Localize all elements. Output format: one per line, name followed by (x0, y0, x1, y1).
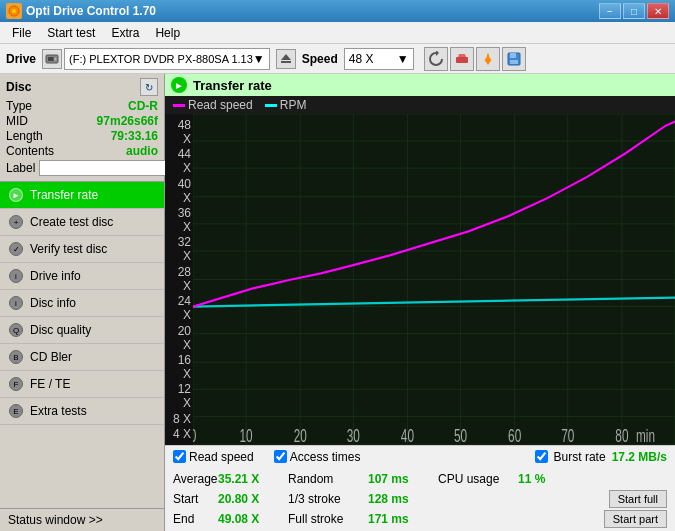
stats-area: Average 35.21 X Random 107 ms CPU usage … (165, 467, 675, 531)
svg-rect-11 (510, 60, 518, 64)
nav-disc-quality[interactable]: Q Disc quality (0, 317, 164, 344)
y-label-32: 32 X (167, 235, 191, 263)
menu-extra[interactable]: Extra (103, 24, 147, 42)
disc-info-icon: i (8, 295, 24, 311)
close-button[interactable]: ✕ (647, 3, 669, 19)
fe-te-icon: F (8, 376, 24, 392)
app-title: Opti Drive Control 1.70 (26, 4, 156, 18)
sidebar: Disc ↻ Type CD-R MID 97m26s66f Length 79… (0, 74, 165, 531)
disc-type-val: CD-R (128, 99, 158, 113)
nav-verify-test-disc[interactable]: ✓ Verify test disc (0, 236, 164, 263)
drive-icon-btn[interactable] (42, 49, 62, 69)
y-label-20: 20 X (167, 324, 191, 352)
stats-row-1: Average 35.21 X Random 107 ms CPU usage … (173, 469, 667, 489)
drive-select[interactable]: (F:) PLEXTOR DVDR PX-880SA 1.13 ▼ (64, 48, 270, 70)
legend-rpm-color (265, 104, 277, 107)
drive-select-text: (F:) PLEXTOR DVDR PX-880SA 1.13 (69, 53, 253, 65)
disc-label-row: Label (6, 159, 158, 177)
refresh-button[interactable] (424, 47, 448, 71)
stroke-val-2: 171 ms (368, 512, 438, 526)
menu-file[interactable]: File (4, 24, 39, 42)
y-label-16: 16 X (167, 353, 191, 381)
stroke-val-1: 128 ms (368, 492, 438, 506)
svg-text:30: 30 (347, 425, 360, 445)
title-bar: Opti Drive Control 1.70 − □ ✕ (0, 0, 675, 22)
menu-start-test[interactable]: Start test (39, 24, 103, 42)
nav-items: ► Transfer rate + Create test disc ✓ Ver… (0, 182, 164, 508)
tr-title: Transfer rate (193, 78, 272, 93)
disc-contents-label: Contents (6, 144, 54, 158)
y-label-48: 48 X (167, 118, 191, 146)
read-speed-checkbox-label: Read speed (189, 450, 254, 464)
random-label: Random (288, 472, 368, 486)
y-label-8: 8 X (167, 412, 191, 426)
nav-fe-te[interactable]: F FE / TE (0, 371, 164, 398)
svg-marker-5 (281, 54, 291, 60)
menu-help[interactable]: Help (147, 24, 188, 42)
nav-cd-bler[interactable]: B CD Bler (0, 344, 164, 371)
disc-length-row: Length 79:33.16 (6, 129, 158, 143)
burst-rate-label: Burst rate (554, 450, 606, 464)
legend-read-speed: Read speed (173, 98, 253, 112)
svg-text:0: 0 (193, 425, 196, 445)
access-times-checkbox[interactable] (274, 450, 287, 463)
average-val: 35.21 X (218, 472, 288, 486)
disc-label-label: Label (6, 161, 35, 175)
status-window-label: Status window >> (8, 513, 103, 527)
cpu-usage-label: CPU usage (438, 472, 518, 486)
save-button[interactable] (502, 47, 526, 71)
nav-create-test-disc[interactable]: + Create test disc (0, 209, 164, 236)
disc-mid-val: 97m26s66f (97, 114, 158, 128)
legend-read-speed-label: Read speed (188, 98, 253, 112)
cpu-usage-val: 11 % (518, 472, 568, 486)
disc-mid-row: MID 97m26s66f (6, 114, 158, 128)
erase-button[interactable] (450, 47, 474, 71)
title-bar-left: Opti Drive Control 1.70 (6, 3, 156, 19)
disc-contents-val: audio (126, 144, 158, 158)
drive-dropdown-arrow: ▼ (253, 52, 265, 66)
eject-button[interactable] (276, 49, 296, 69)
nav-disc-info[interactable]: i Disc info (0, 290, 164, 317)
start-full-button[interactable]: Start full (609, 490, 667, 508)
burst-rate-checkbox[interactable] (535, 450, 548, 463)
access-times-checkbox-label: Access times (290, 450, 361, 464)
checkbox-access-times[interactable]: Access times (274, 450, 361, 464)
nav-drive-info-label: Drive info (30, 269, 81, 283)
svg-point-4 (54, 57, 57, 60)
speed-select[interactable]: 48 X ▼ (344, 48, 414, 70)
drive-info-icon: i (8, 268, 24, 284)
y-label-4: 4 X (167, 427, 191, 441)
svg-text:min: min (636, 425, 655, 445)
nav-transfer-rate[interactable]: ► Transfer rate (0, 182, 164, 209)
stroke-label-2: Full stroke (288, 512, 368, 526)
svg-text:40: 40 (401, 425, 414, 445)
end-val: 49.08 X (218, 512, 288, 526)
status-window-btn[interactable]: Status window >> (0, 508, 164, 531)
minimize-button[interactable]: − (599, 3, 621, 19)
burn-button[interactable] (476, 47, 500, 71)
checkbox-read-speed[interactable]: Read speed (173, 450, 254, 464)
start-label: Start (173, 492, 218, 506)
window-controls: − □ ✕ (599, 3, 669, 19)
disc-length-val: 79:33.16 (111, 129, 158, 143)
svg-text:70: 70 (561, 425, 574, 445)
y-label-40: 40 X (167, 177, 191, 205)
nav-drive-info[interactable]: i Drive info (0, 263, 164, 290)
maximize-button[interactable]: □ (623, 3, 645, 19)
create-test-disc-icon: + (8, 214, 24, 230)
y-axis: 48 X 44 X 40 X 36 X 32 X 28 X 24 X 20 X … (165, 114, 193, 445)
svg-rect-7 (456, 57, 468, 63)
nav-extra-tests[interactable]: E Extra tests (0, 398, 164, 425)
nav-create-test-disc-label: Create test disc (30, 215, 113, 229)
burst-rate-area: Burst rate 17.2 MB/s (535, 450, 667, 464)
tr-header: ► Transfer rate (165, 74, 675, 96)
start-part-button[interactable]: Start part (604, 510, 667, 528)
verify-test-disc-icon: ✓ (8, 241, 24, 257)
disc-panel: Disc ↻ Type CD-R MID 97m26s66f Length 79… (0, 74, 164, 182)
nav-disc-info-label: Disc info (30, 296, 76, 310)
random-val: 107 ms (368, 472, 438, 486)
svg-marker-8 (458, 54, 466, 57)
disc-type-label: Type (6, 99, 32, 113)
disc-refresh-btn[interactable]: ↻ (140, 78, 158, 96)
read-speed-checkbox[interactable] (173, 450, 186, 463)
